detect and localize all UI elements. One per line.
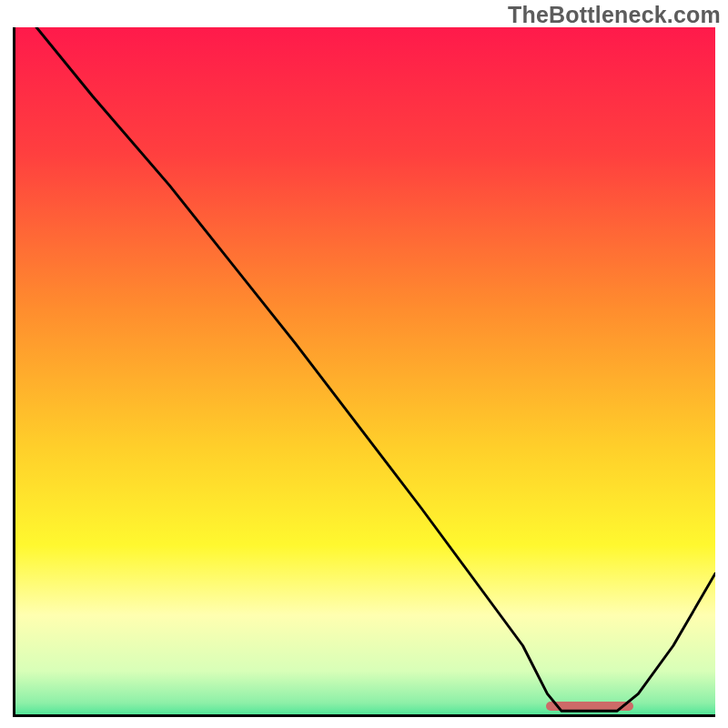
plot-area: [13, 27, 715, 717]
chart-stage: TheBottleneck.com: [0, 0, 728, 728]
curve-line: [15, 27, 715, 714]
watermark-text: TheBottleneck.com: [508, 2, 721, 28]
